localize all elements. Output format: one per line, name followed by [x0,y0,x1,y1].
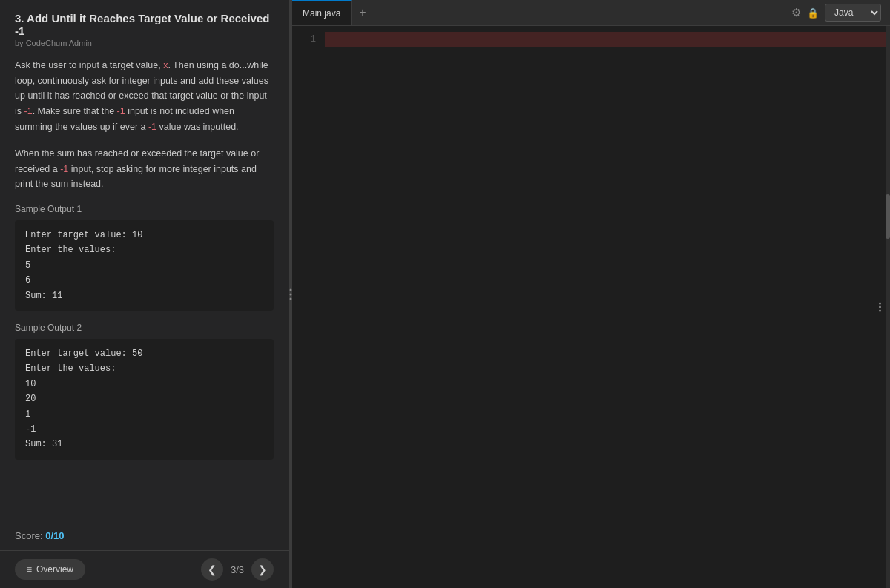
line-numbers: 1 [292,26,322,588]
highlight-neg1: -1 [24,106,33,116]
menu-dot-3 [879,310,881,312]
language-selector[interactable]: Java Python C++ [825,4,881,22]
main-java-tab[interactable]: Main.java [292,0,352,25]
scroll-thumb[interactable] [886,194,890,239]
desc-text-3: . Make sure that the [33,106,117,116]
tab-label: Main.java [303,8,340,19]
problem-content: 3. Add Until it Reaches Target Value or … [0,0,289,521]
editor-area[interactable]: 1 [292,26,890,588]
nav-page: 3/3 [231,564,244,575]
settings-button[interactable]: ⚙ [791,6,801,19]
highlight-neg1b: -1 [117,106,125,116]
editor-content: 1 [292,26,890,588]
overview-label: Overview [36,564,73,575]
sample-output-2-code: Enter target value: 50 Enter the values:… [15,339,274,460]
menu-dot-1 [879,303,881,305]
lock-icon: 🔒 [807,7,819,19]
problem-description-2: When the sum has reached or exceeded the… [15,146,274,192]
code-editor[interactable] [322,26,890,588]
gear-icon: ⚙ [791,6,801,19]
nav-controls: ❮ 3/3 ❯ [201,558,274,581]
sample-output-1-code: Enter target value: 10 Enter the values:… [15,220,274,311]
score-label: Score: [15,530,43,541]
overview-button[interactable]: ≡ Overview [15,559,85,580]
menu-dot-2 [879,306,881,308]
scrollbar[interactable] [886,26,890,588]
score-value: 0/10 [45,530,64,541]
right-panel: Main.java + ⚙ 🔒 Java Python C++ [292,0,890,588]
prev-button[interactable]: ❮ [201,558,223,581]
active-line [325,32,887,47]
highlight-neg2: -1 [60,164,68,174]
sample-output-1-label: Sample Output 1 [15,204,274,214]
editor-tabs-bar: Main.java + ⚙ 🔒 Java Python C++ [292,0,890,26]
desc-text-5: value was inputted. [156,122,239,132]
highlight-neg1c: -1 [148,122,156,132]
left-panel: 3. Add Until it Reaches Target Value or … [0,0,289,588]
add-tab-button[interactable]: + [352,0,373,25]
problem-description-1: Ask the user to input a target value, x.… [15,58,274,134]
problem-author: by CodeChum Admin [15,39,274,47]
context-menu-button[interactable] [876,300,884,315]
editor-tabs-left: Main.java + [292,0,374,25]
editor-tabs-right: ⚙ 🔒 Java Python C++ [791,4,890,22]
score-bar: Score: 0/10 [0,521,289,550]
problem-title: 3. Add Until it Reaches Target Value or … [15,12,274,37]
add-tab-icon: + [359,6,366,19]
line-number-1: 1 [292,32,316,47]
overview-icon: ≡ [27,564,32,575]
desc-text-1: Ask the user to input a target value, [15,60,163,70]
sample-output-2-label: Sample Output 2 [15,323,274,333]
bottom-nav: ≡ Overview ❮ 3/3 ❯ [0,550,289,588]
next-button[interactable]: ❯ [251,558,274,581]
